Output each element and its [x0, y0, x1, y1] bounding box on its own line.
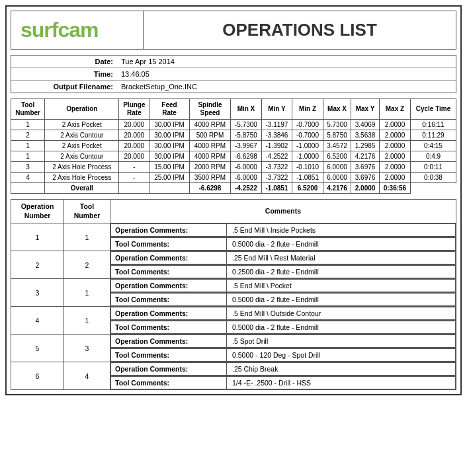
comment-content: Operation Comments:.5 End Mill \ Pocket	[110, 279, 456, 293]
comment-label: Operation Comments:	[111, 335, 227, 348]
comment-content: Tool Comments:0.2500 dia - 2 flute - End…	[110, 265, 456, 279]
comment-content: Tool Comments:0.5000 dia - 2 flute - End…	[110, 237, 456, 251]
comment-value: 0.5000 dia - 2 flute - Endmill	[227, 238, 456, 251]
col-max-z: Max Z	[379, 99, 410, 120]
comment-row: 41Operation Comments:.5 End Mill \ Outsi…	[11, 307, 456, 321]
comment-value: 1/4 -E- .2500 - Drill - HSS	[227, 377, 456, 389]
col-tool-number: ToolNumber	[11, 99, 45, 120]
date-row: Date: Tue Apr 15 2014	[11, 56, 456, 68]
comment-label: Tool Comments:	[111, 238, 227, 251]
header: surfcam OPERATIONS LIST	[11, 11, 456, 50]
filename-row: Output Filename: BracketSetup_One.INC	[11, 81, 456, 93]
comment-row: 31Operation Comments:.5 End Mill \ Pocke…	[11, 279, 456, 293]
table-row: 12 Axis Pocket20.00030.00 IPM4000 RPM-5.…	[11, 120, 456, 130]
operation-number: 6	[11, 362, 64, 390]
comment-row: 53Operation Comments:.5 Spot Drill	[11, 335, 456, 348]
info-block: Date: Tue Apr 15 2014 Time: 13:46:05 Out…	[11, 55, 456, 93]
tool-number: 2	[64, 251, 110, 279]
col-plunge-rate: PlungeRate	[119, 99, 149, 120]
comment-value: .5 End Mill \ Pocket	[227, 280, 456, 292]
tool-number: 1	[64, 307, 110, 335]
comment-content: Tool Comments:0.5000 dia - 2 flute - End…	[110, 321, 456, 335]
logo: surfcam	[21, 18, 99, 42]
comment-label: Operation Comments:	[111, 252, 227, 264]
comment-label: Operation Comments:	[111, 307, 227, 320]
comments-table: OperationNumber ToolNumber Comments 11Op…	[11, 199, 456, 390]
col-spindle-speed: SpindleSpeed	[189, 99, 230, 120]
filename-value: BracketSetup_One.INC	[117, 81, 456, 93]
tool-number: 3	[64, 335, 110, 362]
col-op-number: OperationNumber	[11, 200, 64, 223]
comment-value: 0.5000 dia - 2 flute - Endmill	[227, 294, 456, 306]
page-title: OPERATIONS LIST	[144, 13, 456, 47]
table-row: 42 Axis Hole Process-25.00 IPM3500 RPM-6…	[11, 173, 456, 183]
table-row: 12 Axis Pocket20.00030.00 IPM4000 RPM-3.…	[11, 141, 456, 151]
date-label: Date:	[11, 56, 117, 67]
col-operation: Operation	[45, 99, 119, 120]
comment-label: Operation Comments:	[111, 224, 227, 237]
date-value: Tue Apr 15 2014	[117, 56, 456, 67]
comment-content: Operation Comments:.5 Spot Drill	[110, 335, 456, 348]
operation-number: 1	[11, 223, 64, 251]
tool-number: 4	[64, 362, 110, 390]
comment-value: .5 End Mill \ Inside Pockets	[227, 224, 456, 237]
operation-number: 2	[11, 251, 64, 279]
comment-label: Tool Comments:	[111, 349, 227, 362]
comment-content: Operation Comments:.5 End Mill \ Outside…	[110, 307, 456, 321]
comment-label: Tool Comments:	[111, 294, 227, 306]
col-min-z: Min Z	[292, 99, 323, 120]
comment-content: Tool Comments:1/4 -E- .2500 - Drill - HS…	[110, 376, 456, 390]
comment-content: Operation Comments:.25 End Mill \ Rest M…	[110, 251, 456, 265]
comment-row: 22Operation Comments:.25 End Mill \ Rest…	[11, 251, 456, 265]
operation-number: 5	[11, 335, 64, 362]
tool-number: 1	[64, 279, 110, 307]
filename-label: Output Filename:	[11, 81, 117, 93]
comment-content: Tool Comments:0.5000 dia - 2 flute - End…	[110, 293, 456, 307]
comment-value: .25 End Mill \ Rest Material	[227, 252, 456, 264]
col-max-y: Max Y	[351, 99, 380, 120]
comment-label: Operation Comments:	[111, 363, 227, 376]
time-label: Time:	[11, 68, 117, 80]
col-tool-number-2: ToolNumber	[64, 200, 110, 223]
col-min-y: Min Y	[261, 99, 292, 120]
comment-value: .25 Chip Break	[227, 363, 456, 376]
overall-row: Overall-6.6298-4.2522-1.08516.52004.2176…	[11, 183, 456, 194]
time-row: Time: 13:46:05	[11, 68, 456, 81]
comment-content: Operation Comments:.25 Chip Break	[110, 362, 456, 376]
comment-row: 64Operation Comments:.25 Chip Break	[11, 362, 456, 376]
comment-content: Operation Comments:.5 End Mill \ Inside …	[110, 223, 456, 237]
main-container: surfcam OPERATIONS LIST Date: Tue Apr 15…	[5, 5, 462, 395]
col-min-x: Min X	[231, 99, 262, 120]
comment-value: 0.5000 dia - 2 flute - Endmill	[227, 321, 456, 334]
logo-cell: surfcam	[11, 11, 144, 49]
table-row: 32 Axis Hole Process-15.00 IPM2000 RPM-6…	[11, 162, 456, 173]
tool-number: 1	[64, 223, 110, 251]
time-value: 13:46:05	[117, 68, 456, 80]
comment-label: Tool Comments:	[111, 266, 227, 278]
comment-label: Tool Comments:	[111, 377, 227, 389]
col-feed-rate: FeedRate	[149, 99, 189, 120]
col-max-x: Max X	[323, 99, 351, 120]
operations-table: ToolNumber Operation PlungeRate FeedRate…	[11, 99, 456, 194]
table-row: 12 Axis Contour20.00030.00 IPM4000 RPM-6…	[11, 151, 456, 162]
comment-label: Tool Comments:	[111, 321, 227, 334]
col-cycle-time: Cycle Time	[411, 99, 456, 120]
comment-value: 0.5000 - 120 Deg - Spot Drill	[227, 349, 456, 362]
operation-number: 3	[11, 279, 64, 307]
comment-value: .5 Spot Drill	[227, 335, 456, 348]
comment-content: Tool Comments:0.5000 - 120 Deg - Spot Dr…	[110, 348, 456, 362]
comment-value: 0.2500 dia - 2 flute - Endmill	[227, 266, 456, 278]
comment-label: Operation Comments:	[111, 280, 227, 292]
operation-number: 4	[11, 307, 64, 335]
comment-value: .5 End Mill \ Outside Contour	[227, 307, 456, 320]
col-comments: Comments	[110, 200, 456, 223]
comment-row: 11Operation Comments:.5 End Mill \ Insid…	[11, 223, 456, 237]
table-row: 22 Axis Contour20.00030.00 IPM500 RPM-5.…	[11, 130, 456, 141]
